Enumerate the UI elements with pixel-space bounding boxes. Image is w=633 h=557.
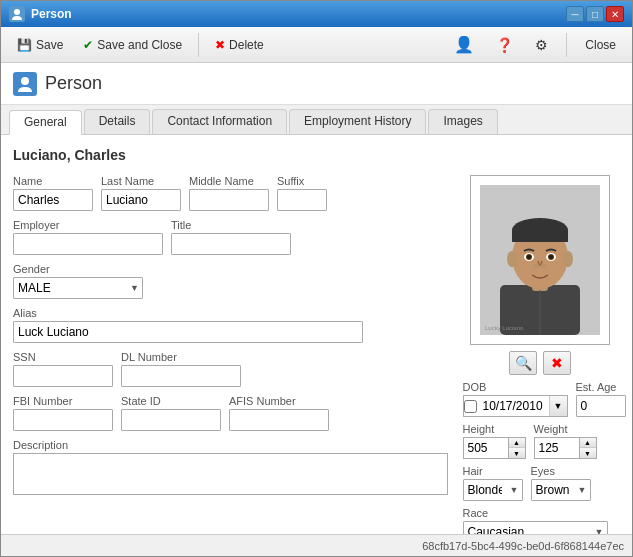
gender-select-wrapper: MALE FEMALE UNKNOWN: [13, 277, 143, 299]
weight-decrement[interactable]: ▼: [580, 448, 596, 458]
weight-input[interactable]: [534, 437, 579, 459]
tab-details[interactable]: Details: [84, 109, 151, 134]
name-group: Name: [13, 175, 93, 211]
middle-name-group: Middle Name: [189, 175, 269, 211]
name-input[interactable]: [13, 189, 93, 211]
toolbar-separator-2: [566, 33, 567, 57]
middle-name-input[interactable]: [189, 189, 269, 211]
delete-button[interactable]: ✖ Delete: [207, 35, 272, 55]
dob-label: DOB: [463, 381, 568, 393]
user-icon-button[interactable]: 👤: [446, 32, 482, 57]
description-label: Description: [13, 439, 448, 451]
employer-label: Employer: [13, 219, 163, 231]
settings-button[interactable]: ⚙: [527, 34, 556, 56]
last-name-input[interactable]: [101, 189, 181, 211]
window-icon: [9, 6, 25, 22]
name-row: Name Last Name Middle Name Suffix: [13, 175, 448, 211]
suffix-input[interactable]: [277, 189, 327, 211]
close-text-button[interactable]: Close: [577, 35, 624, 55]
employer-row: Employer Title: [13, 219, 448, 255]
status-guid: 68cfb17d-5bc4-499c-be0d-6f868144e7ec: [422, 540, 624, 552]
suffix-group: Suffix: [277, 175, 327, 211]
last-name-group: Last Name: [101, 175, 181, 211]
eyes-group: Eyes Brown Blue Green Hazel Gray: [531, 465, 591, 501]
gender-select[interactable]: MALE FEMALE UNKNOWN: [13, 277, 143, 299]
hair-group: Hair Blonde Brown Black Red Gray: [463, 465, 523, 501]
gender-label: Gender: [13, 263, 143, 275]
description-input[interactable]: [13, 453, 448, 495]
ssn-label: SSN: [13, 351, 113, 363]
svg-point-10: [563, 251, 573, 267]
tab-contact-information[interactable]: Contact Information: [152, 109, 287, 134]
est-age-label: Est. Age: [576, 381, 626, 393]
weight-label: Weight: [534, 423, 597, 435]
title-input[interactable]: [171, 233, 291, 255]
fbi-row: FBI Number State ID AFIS Number: [13, 395, 448, 431]
dob-group: DOB ▼: [463, 381, 568, 417]
person-name-display: Luciano, Charles: [13, 147, 620, 163]
toolbar-right: 👤 ❓ ⚙ Close: [446, 32, 624, 57]
weight-group: Weight ▲ ▼: [534, 423, 597, 459]
weight-spinner-buttons: ▲ ▼: [579, 437, 597, 459]
alias-label: Alias: [13, 307, 448, 319]
minimize-button[interactable]: ─: [566, 6, 584, 22]
dl-number-group: DL Number: [121, 351, 241, 387]
dob-calendar-button[interactable]: ▼: [549, 396, 567, 416]
fbi-number-label: FBI Number: [13, 395, 113, 407]
svg-point-17: [533, 264, 539, 268]
gender-row: Gender MALE FEMALE UNKNOWN: [13, 263, 448, 299]
help-button[interactable]: ❓: [488, 34, 521, 56]
eyes-label: Eyes: [531, 465, 591, 477]
clear-photo-button[interactable]: ✖: [543, 351, 571, 375]
dob-row: DOB ▼ Est. Age: [463, 381, 618, 417]
height-increment[interactable]: ▲: [509, 438, 525, 448]
middle-name-label: Middle Name: [189, 175, 269, 187]
tab-employment-history[interactable]: Employment History: [289, 109, 426, 134]
race-row: Race Caucasian African American Hispanic…: [463, 507, 618, 534]
save-icon: 💾: [17, 38, 32, 52]
page-header: Person: [1, 63, 632, 105]
alias-input[interactable]: [13, 321, 363, 343]
form-right: Lucky Luciano 🔍 ✖: [460, 175, 620, 534]
svg-text:Lucky Luciano: Lucky Luciano: [485, 325, 524, 331]
clear-photo-icon: ✖: [551, 355, 563, 371]
employer-input[interactable]: [13, 233, 163, 255]
form-left: Name Last Name Middle Name Suffix: [13, 175, 448, 534]
dob-checkbox[interactable]: [464, 400, 477, 413]
maximize-button[interactable]: □: [586, 6, 604, 22]
description-row: Description: [13, 439, 448, 495]
tab-images[interactable]: Images: [428, 109, 497, 134]
race-select[interactable]: Caucasian African American Hispanic Asia…: [463, 521, 608, 534]
title-group: Title: [171, 219, 291, 255]
weight-increment[interactable]: ▲: [580, 438, 596, 448]
zoom-photo-button[interactable]: 🔍: [509, 351, 537, 375]
close-text-label: Close: [585, 38, 616, 52]
photo-container: Lucky Luciano: [470, 175, 610, 345]
save-close-button[interactable]: ✔ Save and Close: [75, 35, 190, 55]
tab-general[interactable]: General: [9, 110, 82, 135]
afis-number-input[interactable]: [229, 409, 329, 431]
height-decrement[interactable]: ▼: [509, 448, 525, 458]
est-age-input[interactable]: [576, 395, 626, 417]
eyes-select-wrapper: Brown Blue Green Hazel Gray: [531, 479, 591, 501]
height-input[interactable]: [463, 437, 508, 459]
dob-input[interactable]: [479, 396, 549, 416]
dl-number-input[interactable]: [121, 365, 241, 387]
dob-input-wrapper: ▼: [463, 395, 568, 417]
state-id-input[interactable]: [121, 409, 221, 431]
state-id-group: State ID: [121, 395, 221, 431]
alias-row: Alias: [13, 307, 448, 343]
height-spinner-buttons: ▲ ▼: [508, 437, 526, 459]
fbi-number-input[interactable]: [13, 409, 113, 431]
ssn-row: SSN DL Number: [13, 351, 448, 387]
save-button[interactable]: 💾 Save: [9, 35, 71, 55]
window-close-button[interactable]: ✕: [606, 6, 624, 22]
hair-select[interactable]: Blonde Brown Black Red Gray: [463, 479, 523, 501]
dl-number-label: DL Number: [121, 351, 241, 363]
eyes-select[interactable]: Brown Blue Green Hazel Gray: [531, 479, 591, 501]
ssn-input[interactable]: [13, 365, 113, 387]
right-fields: DOB ▼ Est. Age: [463, 381, 618, 534]
title-label: Title: [171, 219, 291, 231]
page-title: Person: [45, 73, 102, 94]
est-age-group: Est. Age: [576, 381, 626, 417]
